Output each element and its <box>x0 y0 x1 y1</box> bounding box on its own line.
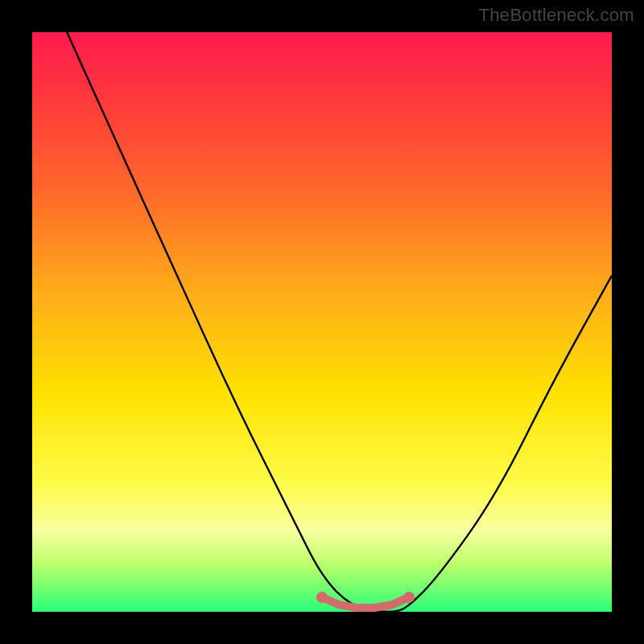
bottleneck-curve <box>67 32 612 612</box>
plot-area <box>32 32 612 612</box>
optimal-region <box>316 592 415 608</box>
optimal-region-endpoint <box>403 592 415 603</box>
optimal-region-endpoint <box>316 592 328 603</box>
chart-frame: TheBottleneck.com <box>0 0 644 644</box>
curve-layer <box>32 32 612 612</box>
attribution-text: TheBottleneck.com <box>479 5 634 26</box>
optimal-region-line <box>322 597 409 608</box>
